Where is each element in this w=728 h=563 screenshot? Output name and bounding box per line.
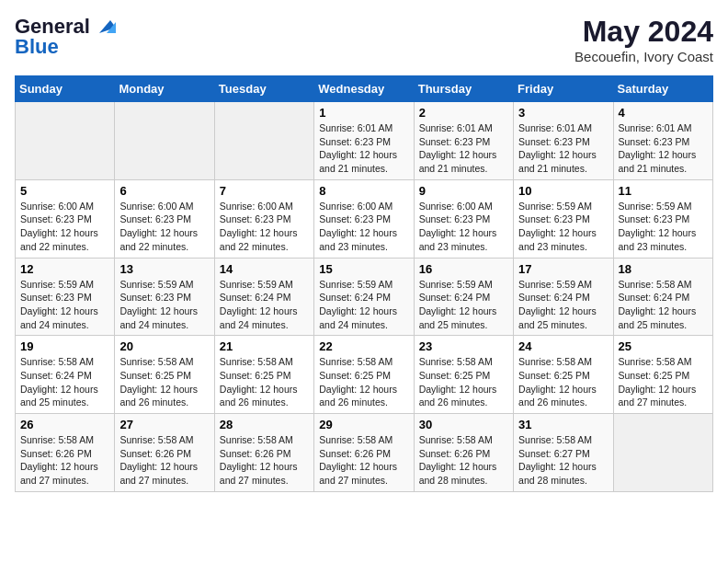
- day-info: Sunrise: 5:58 AM Sunset: 6:26 PM Dayligh…: [319, 433, 408, 488]
- calendar-cell: 10Sunrise: 5:59 AM Sunset: 6:23 PM Dayli…: [514, 179, 613, 258]
- day-number: 24: [518, 339, 608, 353]
- calendar-cell: [613, 414, 712, 492]
- day-info: Sunrise: 5:59 AM Sunset: 6:24 PM Dayligh…: [319, 278, 408, 332]
- weekday-header-tuesday: Tuesday: [214, 76, 313, 102]
- day-number: 21: [220, 339, 309, 353]
- calendar-cell: 4Sunrise: 6:01 AM Sunset: 6:23 PM Daylig…: [613, 102, 712, 180]
- day-number: 6: [119, 184, 209, 198]
- day-info: Sunrise: 6:00 AM Sunset: 6:23 PM Dayligh…: [119, 200, 209, 254]
- day-number: 27: [119, 418, 209, 431]
- day-number: 4: [619, 106, 708, 120]
- day-info: Sunrise: 5:58 AM Sunset: 6:26 PM Dayligh…: [220, 433, 309, 488]
- calendar-cell: 16Sunrise: 5:59 AM Sunset: 6:24 PM Dayli…: [414, 258, 513, 336]
- day-info: Sunrise: 5:58 AM Sunset: 6:26 PM Dayligh…: [419, 433, 508, 488]
- calendar-cell: 27Sunrise: 5:58 AM Sunset: 6:26 PM Dayli…: [115, 414, 214, 492]
- weekday-header-friday: Friday: [514, 76, 613, 102]
- logo-icon: [92, 13, 116, 37]
- calendar-cell: 28Sunrise: 5:58 AM Sunset: 6:26 PM Dayli…: [214, 414, 313, 492]
- day-info: Sunrise: 5:58 AM Sunset: 6:24 PM Dayligh…: [619, 278, 708, 332]
- day-number: 28: [220, 418, 309, 431]
- calendar-cell: 12Sunrise: 5:59 AM Sunset: 6:23 PM Dayli…: [16, 258, 115, 336]
- calendar-cell: 3Sunrise: 6:01 AM Sunset: 6:23 PM Daylig…: [514, 102, 613, 180]
- day-number: 15: [319, 262, 408, 276]
- day-number: 9: [419, 184, 508, 198]
- day-number: 20: [119, 339, 209, 353]
- calendar-subtitle: Becouefin, Ivory Coast: [574, 49, 713, 64]
- day-info: Sunrise: 5:58 AM Sunset: 6:25 PM Dayligh…: [119, 355, 209, 409]
- day-number: 8: [319, 184, 408, 198]
- calendar-cell: 14Sunrise: 5:59 AM Sunset: 6:24 PM Dayli…: [214, 258, 313, 336]
- calendar-week-2: 5Sunrise: 6:00 AM Sunset: 6:23 PM Daylig…: [16, 179, 713, 258]
- day-number: 14: [220, 262, 309, 276]
- calendar-cell: [115, 102, 214, 180]
- day-number: 23: [419, 339, 508, 353]
- day-number: 3: [518, 106, 608, 120]
- day-info: Sunrise: 5:58 AM Sunset: 6:26 PM Dayligh…: [20, 433, 109, 488]
- calendar-cell: 7Sunrise: 6:00 AM Sunset: 6:23 PM Daylig…: [214, 179, 313, 258]
- day-number: 2: [419, 106, 508, 120]
- day-info: Sunrise: 5:59 AM Sunset: 6:23 PM Dayligh…: [20, 278, 109, 332]
- calendar-title: May 2024: [574, 15, 713, 49]
- calendar-cell: 17Sunrise: 5:59 AM Sunset: 6:24 PM Dayli…: [514, 258, 613, 336]
- calendar-week-4: 19Sunrise: 5:58 AM Sunset: 6:24 PM Dayli…: [16, 336, 713, 414]
- calendar-cell: 9Sunrise: 6:00 AM Sunset: 6:23 PM Daylig…: [414, 179, 513, 258]
- weekday-header-saturday: Saturday: [613, 76, 712, 102]
- day-info: Sunrise: 5:59 AM Sunset: 6:24 PM Dayligh…: [518, 278, 608, 332]
- day-number: 17: [518, 262, 608, 276]
- day-info: Sunrise: 5:58 AM Sunset: 6:25 PM Dayligh…: [619, 355, 708, 409]
- day-number: 25: [619, 339, 708, 353]
- day-number: 5: [20, 184, 109, 198]
- calendar-cell: 1Sunrise: 6:01 AM Sunset: 6:23 PM Daylig…: [314, 102, 414, 180]
- calendar-cell: 19Sunrise: 5:58 AM Sunset: 6:24 PM Dayli…: [16, 336, 115, 414]
- day-info: Sunrise: 6:00 AM Sunset: 6:23 PM Dayligh…: [220, 200, 309, 254]
- calendar-cell: 5Sunrise: 6:00 AM Sunset: 6:23 PM Daylig…: [16, 179, 115, 258]
- weekday-header-row: SundayMondayTuesdayWednesdayThursdayFrid…: [16, 76, 713, 102]
- day-info: Sunrise: 5:59 AM Sunset: 6:24 PM Dayligh…: [220, 278, 309, 332]
- day-number: 1: [319, 106, 408, 120]
- calendar-cell: [214, 102, 313, 180]
- weekday-header-sunday: Sunday: [16, 76, 115, 102]
- calendar-cell: 13Sunrise: 5:59 AM Sunset: 6:23 PM Dayli…: [115, 258, 214, 336]
- calendar-cell: 22Sunrise: 5:58 AM Sunset: 6:25 PM Dayli…: [314, 336, 414, 414]
- calendar-week-3: 12Sunrise: 5:59 AM Sunset: 6:23 PM Dayli…: [16, 258, 713, 336]
- day-number: 31: [518, 418, 608, 431]
- calendar-cell: 23Sunrise: 5:58 AM Sunset: 6:25 PM Dayli…: [414, 336, 513, 414]
- day-info: Sunrise: 5:58 AM Sunset: 6:25 PM Dayligh…: [319, 355, 408, 409]
- calendar-cell: 26Sunrise: 5:58 AM Sunset: 6:26 PM Dayli…: [16, 414, 115, 492]
- day-number: 30: [419, 418, 508, 431]
- day-number: 13: [119, 262, 209, 276]
- calendar-cell: 11Sunrise: 5:59 AM Sunset: 6:23 PM Dayli…: [613, 179, 712, 258]
- calendar-cell: 6Sunrise: 6:00 AM Sunset: 6:23 PM Daylig…: [115, 179, 214, 258]
- calendar-cell: 25Sunrise: 5:58 AM Sunset: 6:25 PM Dayli…: [613, 336, 712, 414]
- weekday-header-thursday: Thursday: [414, 76, 513, 102]
- day-info: Sunrise: 6:01 AM Sunset: 6:23 PM Dayligh…: [319, 121, 408, 176]
- day-number: 29: [319, 418, 408, 431]
- day-info: Sunrise: 6:00 AM Sunset: 6:23 PM Dayligh…: [319, 200, 408, 254]
- page-header: General Blue May 2024 Becouefin, Ivory C…: [15, 15, 713, 64]
- day-info: Sunrise: 5:59 AM Sunset: 6:23 PM Dayligh…: [619, 200, 708, 254]
- title-block: May 2024 Becouefin, Ivory Coast: [574, 15, 713, 64]
- day-info: Sunrise: 6:01 AM Sunset: 6:23 PM Dayligh…: [518, 121, 608, 176]
- calendar-cell: 20Sunrise: 5:58 AM Sunset: 6:25 PM Dayli…: [115, 336, 214, 414]
- day-info: Sunrise: 5:58 AM Sunset: 6:27 PM Dayligh…: [518, 433, 608, 488]
- day-info: Sunrise: 6:00 AM Sunset: 6:23 PM Dayligh…: [20, 200, 109, 254]
- weekday-header-wednesday: Wednesday: [314, 76, 414, 102]
- calendar-table: SundayMondayTuesdayWednesdayThursdayFrid…: [15, 75, 713, 492]
- day-info: Sunrise: 5:58 AM Sunset: 6:26 PM Dayligh…: [119, 433, 209, 488]
- calendar-cell: 18Sunrise: 5:58 AM Sunset: 6:24 PM Dayli…: [613, 258, 712, 336]
- calendar-cell: [16, 102, 115, 180]
- day-info: Sunrise: 5:58 AM Sunset: 6:24 PM Dayligh…: [20, 355, 109, 409]
- day-info: Sunrise: 5:59 AM Sunset: 6:23 PM Dayligh…: [119, 278, 209, 332]
- day-info: Sunrise: 6:01 AM Sunset: 6:23 PM Dayligh…: [619, 121, 708, 176]
- day-number: 11: [619, 184, 708, 198]
- day-number: 10: [518, 184, 608, 198]
- day-number: 16: [419, 262, 508, 276]
- day-number: 7: [220, 184, 309, 198]
- day-number: 12: [20, 262, 109, 276]
- calendar-cell: 2Sunrise: 6:01 AM Sunset: 6:23 PM Daylig…: [414, 102, 513, 180]
- calendar-cell: 21Sunrise: 5:58 AM Sunset: 6:25 PM Dayli…: [214, 336, 313, 414]
- day-info: Sunrise: 6:01 AM Sunset: 6:23 PM Dayligh…: [419, 121, 508, 176]
- weekday-header-monday: Monday: [115, 76, 214, 102]
- day-info: Sunrise: 5:59 AM Sunset: 6:24 PM Dayligh…: [419, 278, 508, 332]
- day-number: 18: [619, 262, 708, 276]
